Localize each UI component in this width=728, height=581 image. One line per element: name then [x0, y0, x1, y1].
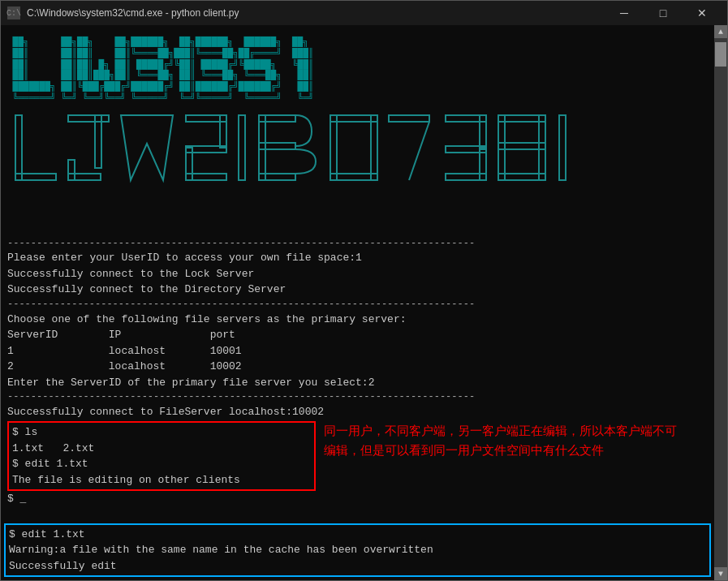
top-terminal-area[interactable]: ██╗ ██╗██╗ ██╗██████╗ ██╗██████╗ ██████╗… [1, 25, 714, 523]
svg-line-22 [409, 122, 429, 180]
minimize-button[interactable]: ─ [605, 1, 643, 25]
title-bar: C:\ C:\Windows\system32\cmd.exe - python… [1, 1, 727, 25]
svg-rect-17 [330, 115, 337, 180]
cmd-ls: $ ls [12, 424, 311, 441]
svg-rect-14 [259, 115, 295, 122]
line-fileserver-connect: Successfully connect to FileServer local… [7, 404, 708, 420]
line-enter-server: Enter the ServerID of the primary file s… [7, 375, 708, 391]
banner-area: .banner-text { fill: none; stroke: #008b… [7, 107, 708, 237]
cmd-edit: $ edit 1.txt [12, 456, 311, 472]
svg-rect-2 [68, 115, 109, 122]
bottom-line-3: Successfully edit [9, 558, 706, 575]
line-server-1: 1 localhost 10001 [7, 343, 708, 359]
svg-rect-15 [259, 143, 295, 149]
svg-rect-8 [220, 115, 226, 148]
window-controls: ─ □ ✕ [605, 1, 721, 25]
scrollbar-thumb[interactable] [715, 42, 726, 67]
scrollbar[interactable]: ▲ ▼ [714, 25, 727, 580]
ascii-banner: ██╗ ██╗██╗ ██╗██████╗ ██╗██████╗ ██████╗… [7, 37, 708, 104]
svg-rect-18 [371, 115, 377, 180]
svg-rect-26 [480, 149, 486, 180]
svg-rect-29 [539, 115, 545, 180]
line-userid: Please enter your UserID to access your … [7, 250, 708, 266]
svg-rect-24 [480, 115, 486, 148]
svg-rect-33 [559, 115, 566, 180]
separator-1: ----------------------------------------… [7, 237, 708, 251]
scrollbar-down-arrow[interactable]: ▼ [714, 567, 727, 580]
cmd-prompt: $ _ [7, 491, 708, 507]
maximize-button[interactable]: □ [644, 1, 682, 25]
cmd-edit-result: The file is editing on other clients [12, 472, 311, 488]
svg-rect-3 [95, 115, 101, 168]
close-button[interactable]: ✕ [683, 1, 721, 25]
svg-rect-13 [259, 115, 265, 180]
cmd-icon: C:\ [7, 6, 20, 19]
line-server-2: 2 localhost 10002 [7, 359, 708, 375]
line-server-header: ServerID IP port [7, 327, 708, 343]
main-terminal-area: ██╗ ██╗██╗ ██╗██████╗ ██╗██████╗ ██████╗… [1, 25, 714, 580]
bottom-section: $ edit 1.txt Warning:a file with the sam… [4, 523, 711, 578]
banner-svg: .banner-text { fill: none; stroke: #008b… [7, 107, 705, 233]
title-bar-left: C:\ C:\Windows\system32\cmd.exe - python… [7, 6, 239, 19]
separator-3: ----------------------------------------… [7, 390, 708, 404]
line-lock-server: Successfully connect to the Lock Server [7, 266, 708, 282]
bottom-line-2: Warning:a file with the same name in the… [9, 542, 706, 558]
command-annotation-section: $ ls 1.txt 2.txt $ edit 1.txt The file i… [7, 421, 708, 491]
svg-rect-0 [15, 115, 22, 180]
svg-rect-16 [259, 174, 295, 180]
svg-rect-4 [68, 174, 101, 180]
red-border-box: $ ls 1.txt 2.txt $ edit 1.txt The file i… [7, 421, 316, 491]
cmd-ls-result: 1.txt 2.txt [12, 441, 311, 457]
svg-rect-21 [389, 115, 429, 122]
chinese-annotation: 同一用户，不同客户端，另一客户端正在编辑，所以本客户端不可编辑，但是可以看到同一… [324, 421, 681, 459]
separator-2: ----------------------------------------… [7, 298, 708, 312]
line-choose: Choose one of the following file servers… [7, 312, 708, 328]
cmd-window: C:\ C:\Windows\system32\cmd.exe - python… [0, 0, 728, 581]
svg-rect-12 [239, 115, 245, 180]
window-title: C:\Windows\system32\cmd.exe - python cli… [27, 7, 239, 19]
line-dir-server: Successfully connect to the Directory Se… [7, 282, 708, 298]
svg-marker-6 [121, 115, 173, 180]
svg-rect-5 [68, 160, 75, 180]
bottom-line-1: $ edit 1.txt [9, 527, 706, 543]
terminal-body: ██╗ ██╗██╗ ██╗██████╗ ██╗██████╗ ██████╗… [1, 25, 727, 580]
scrollbar-up-arrow[interactable]: ▲ [714, 25, 727, 38]
svg-rect-28 [498, 115, 505, 180]
